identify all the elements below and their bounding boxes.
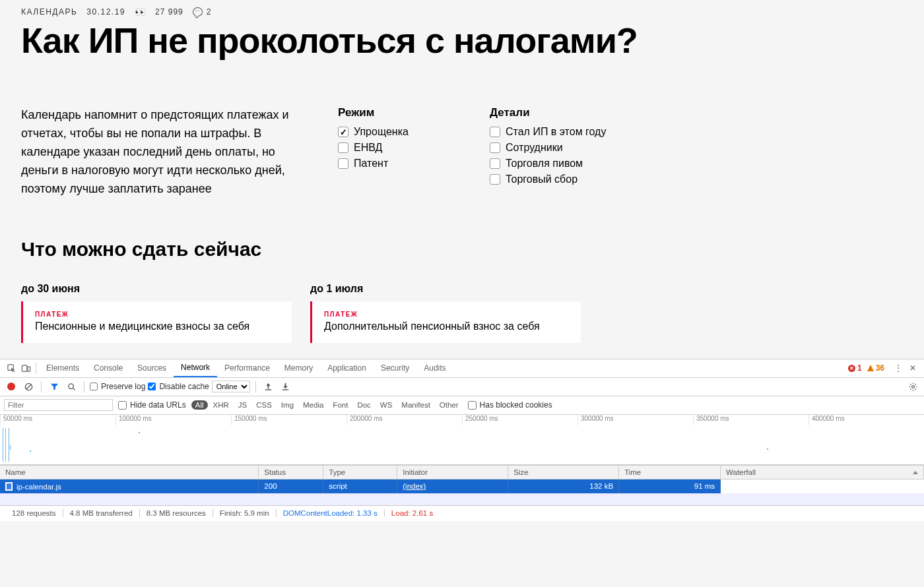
column-header[interactable]: Waterfall [721,465,924,479]
devtools-tab[interactable]: Performance [217,359,277,377]
mode-heading: Режим [338,106,450,119]
category-label[interactable]: КАЛЕНДАРЬ [21,7,77,16]
checkbox-icon [490,158,500,169]
svg-rect-7 [265,389,271,390]
throttle-select[interactable]: Online [212,381,250,392]
download-icon[interactable] [279,379,293,394]
card-tag: ПЛАТЕЖ [35,311,280,318]
column-header[interactable]: Initiator [397,465,508,479]
column-header[interactable]: Type [323,465,397,479]
mode-checkbox[interactable]: Патент [338,158,450,170]
devtools-tab[interactable]: Console [86,359,130,377]
details-heading: Детали [490,106,606,119]
network-table: NameStatusTypeInitiatorSizeTimeWaterfall… [0,465,924,505]
svg-point-9 [911,385,914,388]
devtools-tab[interactable]: Application [320,359,374,377]
preserve-log-checkbox[interactable]: Preserve log [90,382,145,391]
checkbox-icon [338,142,348,153]
type-filter-pill[interactable]: XHR [209,400,233,410]
hide-data-urls-checkbox[interactable]: Hide data URLs [118,400,186,410]
close-icon[interactable]: ✕ [906,361,920,375]
device-toggle-icon[interactable] [18,361,33,375]
disable-cache-checkbox[interactable]: Disable cache [148,382,209,391]
type-filter-pill[interactable]: Manifest [397,400,434,410]
payment-card[interactable]: ПЛАТЕЖДополнительный пенсионный взнос за… [310,301,581,343]
checkbox-label: Патент [354,158,388,170]
kebab-icon[interactable]: ⋮ [891,361,906,375]
record-icon[interactable] [4,379,18,394]
upload-icon[interactable] [261,379,276,394]
devtools-tab[interactable]: Memory [277,359,320,377]
type-filter-pill[interactable]: Img [277,400,298,410]
type-filter-pill[interactable]: Media [299,400,327,410]
gear-icon[interactable] [906,379,920,394]
file-icon [5,482,13,491]
search-icon[interactable] [64,379,79,394]
timeline-tick: 150000 ms [231,415,346,425]
article-meta: КАЛЕНДАРЬ 30.12.19 👀 27 999 2 [21,7,903,17]
detail-checkbox[interactable]: Торговый сбор [490,173,606,185]
page-title: Как ИП не проколоться с налогами? [21,21,903,60]
svg-rect-8 [282,389,288,390]
type-filter-pill[interactable]: Other [436,400,463,410]
type-filter-pill[interactable]: JS [234,400,251,410]
svg-line-4 [26,385,31,390]
type-filter-pill[interactable]: Doc [353,400,374,410]
warning-badge[interactable]: 36 [867,363,884,373]
error-icon: ✕ [848,365,855,372]
checkbox-label: Торговля пивом [506,158,583,170]
svg-line-6 [73,388,75,390]
devtools-tab[interactable]: Security [374,359,416,377]
mode-checkbox[interactable]: ЕНВД [338,142,450,154]
svg-rect-2 [27,367,30,371]
views-count: 27 999 [155,7,183,16]
checkbox-icon [490,127,500,137]
timeline-tick: 100000 ms [116,415,231,425]
mode-checkbox[interactable]: Упрощенка [338,126,450,138]
devtools-tab[interactable]: Audits [416,359,453,377]
filter-icon[interactable] [47,379,61,394]
inspect-icon[interactable] [4,361,18,375]
timeline-overview[interactable]: 50000 ms100000 ms150000 ms200000 ms25000… [0,415,924,465]
clear-icon[interactable] [21,379,36,394]
timeline-tick: 250000 ms [462,415,578,425]
due-label: до 30 июня [21,283,292,295]
devtools-tab[interactable]: Network [174,359,217,377]
timeline-tick: 400000 ms [808,415,924,425]
card-tag: ПЛАТЕЖ [324,311,569,318]
checkbox-label: Сотрудники [506,142,563,154]
comments-link[interactable]: 2 [193,7,212,16]
type-filter-pill[interactable]: CSS [252,400,276,410]
devtools-tab[interactable]: Elements [39,359,86,377]
table-row[interactable] [0,493,924,505]
devtools-tab[interactable]: Sources [130,359,174,377]
checkbox-label: ЕНВД [354,142,382,154]
checkbox-icon [338,127,348,137]
checkbox-label: Стал ИП в этом году [506,126,606,138]
column-header[interactable]: Size [508,465,619,479]
checkbox-icon [338,158,348,169]
type-filter-pill[interactable]: WS [376,400,397,410]
details-group: Детали Стал ИП в этом годуСотрудникиТорг… [490,106,606,198]
detail-checkbox[interactable]: Стал ИП в этом году [490,126,606,138]
type-filter-pill[interactable]: All [191,400,208,410]
table-row[interactable]: ip-calendar.js 200 script (index) 132 kB… [0,479,924,493]
column-header[interactable]: Name [0,465,259,479]
checkbox-label: Упрощенка [354,126,409,138]
type-filter-pill[interactable]: Font [329,400,352,410]
filter-input[interactable] [4,399,113,411]
error-badge[interactable]: ✕1 [848,363,862,373]
comments-count: 2 [207,7,212,16]
card-title: Дополнительный пенсионный взнос за себя [324,321,569,332]
payment-card[interactable]: ПЛАТЕЖПенсионные и медицинские взносы за… [21,301,292,343]
detail-checkbox[interactable]: Сотрудники [490,142,606,154]
column-header[interactable]: Status [259,465,323,479]
checkbox-icon [490,142,500,153]
mode-group: Режим УпрощенкаЕНВДПатент [338,106,450,198]
initiator-link[interactable]: (index) [403,482,426,490]
blocked-cookies-checkbox[interactable]: Has blocked cookies [468,400,552,410]
column-header[interactable]: Time [619,465,721,479]
checkbox-label: Торговый сбор [506,173,578,185]
card-title: Пенсионные и медицинские взносы за себя [35,321,280,332]
detail-checkbox[interactable]: Торговля пивом [490,158,606,170]
